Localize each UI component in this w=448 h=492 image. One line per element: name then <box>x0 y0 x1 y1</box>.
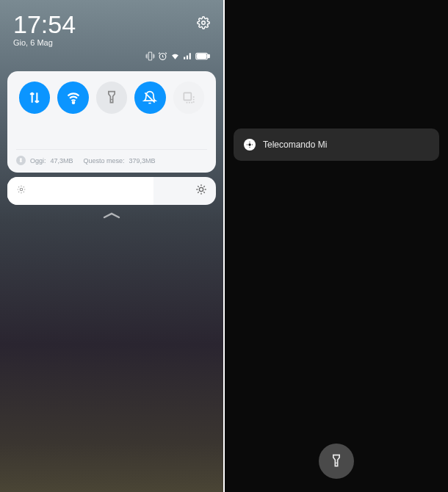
status-bar-icons <box>0 51 223 67</box>
svg-point-9 <box>199 187 203 191</box>
wifi-icon <box>66 90 81 105</box>
svg-point-5 <box>72 101 74 104</box>
svg-point-10 <box>248 143 250 145</box>
brightness-fill <box>7 177 153 205</box>
settings-button[interactable] <box>197 16 210 29</box>
wifi-status-icon <box>170 51 180 61</box>
brightness-high-icon <box>195 184 207 198</box>
data-arrows-icon <box>27 90 42 105</box>
date: Gio, 6 Mag <box>13 38 76 47</box>
svg-rect-4 <box>197 54 206 59</box>
toggle-row <box>16 82 207 114</box>
usage-month-value: 379,3MB <box>129 157 156 164</box>
signal-icon <box>183 51 192 61</box>
chevron-up-icon <box>101 211 122 220</box>
quick-settings-panel: ⬍ Oggi: 47,3MB Questo mese: 379,3MB <box>7 71 216 173</box>
brightness-low-icon <box>16 184 26 198</box>
flashlight-icon <box>329 454 344 469</box>
clock: 17:54 <box>13 12 76 37</box>
dnd-toggle[interactable] <box>134 82 165 114</box>
usage-today-label: Oggi: <box>30 157 46 164</box>
status-header: 17:54 Gio, 6 Mag <box>0 0 223 51</box>
usage-badge-icon: ⬍ <box>16 156 26 165</box>
notification-card[interactable]: Telecomando Mi <box>234 129 439 161</box>
mobile-data-toggle[interactable] <box>19 82 50 114</box>
phone-left-quicksettings: 17:54 Gio, 6 Mag <box>0 0 223 492</box>
alarm-icon <box>158 51 167 61</box>
dnd-icon <box>142 90 157 105</box>
usage-month-label: Questo mese: <box>84 157 125 164</box>
flashlight-fab[interactable] <box>319 444 354 479</box>
expand-handle[interactable] <box>0 209 223 223</box>
screenshot-toggle[interactable] <box>173 82 204 114</box>
svg-rect-3 <box>208 54 209 57</box>
svg-point-0 <box>202 21 206 25</box>
vibrate-icon <box>145 51 155 61</box>
flashlight-toggle[interactable] <box>96 82 127 114</box>
battery-icon <box>195 52 210 60</box>
time-block: 17:54 Gio, 6 Mag <box>13 12 76 47</box>
flashlight-icon <box>104 90 119 105</box>
usage-today-value: 47,3MB <box>51 157 73 164</box>
wifi-toggle[interactable] <box>57 82 88 114</box>
data-usage-row[interactable]: ⬍ Oggi: 47,3MB Questo mese: 379,3MB <box>16 149 207 165</box>
remote-app-icon <box>244 139 256 151</box>
svg-point-8 <box>20 188 23 191</box>
notification-title: Telecomando Mi <box>263 140 327 150</box>
brightness-slider[interactable] <box>7 177 216 205</box>
gear-icon <box>197 16 210 29</box>
svg-rect-7 <box>184 93 191 100</box>
screenshot-icon <box>181 90 196 105</box>
phone-right-lockscreen: Telecomando Mi <box>225 0 448 492</box>
